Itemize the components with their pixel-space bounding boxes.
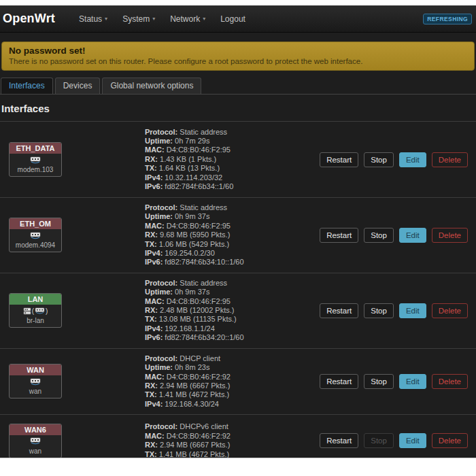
actions-column: Restart Stop Edit Delete bbox=[320, 433, 468, 448]
badge-column: WAN wan bbox=[0, 364, 145, 398]
nav-menu-system[interactable]: System ▾ bbox=[115, 10, 163, 28]
detail-line-tx: TX: 1.41 MB (4672 Pkts.) bbox=[145, 450, 320, 458]
stop-button[interactable]: Stop bbox=[364, 433, 394, 448]
stop-button[interactable]: Stop bbox=[364, 152, 394, 167]
badge-column: LAN ( ) br-lan bbox=[0, 293, 145, 328]
badge-icons bbox=[12, 377, 59, 386]
interface-badge: LAN ( ) br-lan bbox=[9, 293, 62, 328]
detail-value: DHCP client bbox=[180, 354, 220, 362]
edit-button[interactable]: Edit bbox=[399, 374, 426, 389]
interface-name: ETH_OM bbox=[10, 218, 61, 229]
detail-label: Uptime: bbox=[145, 288, 173, 296]
no-password-warning: No password set! There is no password se… bbox=[1, 41, 475, 71]
detail-label: RX: bbox=[145, 441, 158, 449]
detail-label: TX: bbox=[145, 164, 157, 172]
detail-label: IPv4: bbox=[145, 324, 163, 333]
interface-badge: ETH_OM modem.4094 bbox=[9, 218, 62, 252]
detail-line-rx: RX: 2.94 MB (6667 Pkts.) bbox=[145, 381, 320, 390]
detail-value: 192.168.4.30/24 bbox=[165, 400, 219, 408]
detail-label: IPv6: bbox=[145, 182, 163, 190]
detail-line-rx: RX: 1.43 KB (1 Pkts.) bbox=[145, 155, 320, 164]
interface-device: wan bbox=[12, 447, 59, 455]
stop-button[interactable]: Stop bbox=[364, 374, 394, 389]
nav-menu-logout[interactable]: Logout bbox=[213, 10, 253, 28]
badge-column: ETH_OM modem.4094 bbox=[0, 218, 145, 252]
detail-value: 0h 8m 23s bbox=[175, 363, 209, 371]
stop-button[interactable]: Stop bbox=[364, 228, 394, 243]
tab-global-network-options[interactable]: Global network options bbox=[102, 78, 201, 94]
actions-column: Restart Stop Edit Delete bbox=[320, 228, 468, 243]
detail-label: IPv4: bbox=[145, 400, 163, 408]
restart-button[interactable]: Restart bbox=[320, 303, 358, 318]
edit-button[interactable]: Edit bbox=[399, 303, 426, 318]
badge-body: modem.4094 bbox=[10, 229, 61, 252]
brand-logo[interactable]: OpenWrt bbox=[3, 12, 55, 26]
interface-device: modem.103 bbox=[12, 166, 59, 173]
restart-button[interactable]: Restart bbox=[320, 228, 358, 243]
chevron-down-icon: ▾ bbox=[152, 16, 155, 22]
detail-label: RX: bbox=[145, 155, 158, 163]
delete-button[interactable]: Delete bbox=[432, 228, 468, 243]
detail-line-ipv4: IPv4: 169.254.0.2/30 bbox=[145, 249, 320, 258]
restart-button[interactable]: Restart bbox=[320, 152, 358, 167]
interface-device: modem.4094 bbox=[12, 241, 59, 249]
ethernet-icon bbox=[30, 156, 41, 165]
delete-button[interactable]: Delete bbox=[432, 303, 468, 318]
detail-value: D4:C8:B0:46:F2:92 bbox=[167, 373, 231, 381]
detail-value: 1.06 MB (5429 Pkts.) bbox=[159, 240, 229, 248]
detail-line-protocol: Protocol: Static address bbox=[145, 128, 320, 137]
stop-button[interactable]: Stop bbox=[364, 303, 394, 318]
detail-line-ipv6: IPv6: fd82:784f:6b34:10::1/60 bbox=[145, 258, 320, 267]
detail-value: D4:C8:B0:46:F2:95 bbox=[167, 222, 231, 230]
detail-line-mac: MAC: D4:C8:B0:46:F2:92 bbox=[145, 432, 320, 441]
network-tabs: Interfaces Devices Global network option… bbox=[0, 78, 476, 95]
detail-label: Protocol: bbox=[145, 354, 177, 362]
restart-button[interactable]: Restart bbox=[320, 374, 358, 389]
nav-menu-status[interactable]: Status ▾ bbox=[71, 10, 115, 28]
detail-line-tx: TX: 1.06 MB (5429 Pkts.) bbox=[145, 240, 320, 249]
detail-value: 13.08 MB (11135 Pkts.) bbox=[159, 315, 237, 323]
detail-line-ipv4: IPv4: 192.168.1.1/24 bbox=[145, 324, 320, 333]
detail-label: TX: bbox=[145, 450, 157, 458]
badge-body: ( ) br-lan bbox=[10, 305, 61, 327]
interface-row-lan: LAN ( ) br-lan Protocol: Static address … bbox=[0, 273, 476, 349]
detail-value: fd82:784f:6b34:10::1/60 bbox=[165, 258, 243, 266]
detail-value: 10.32.114.203/32 bbox=[165, 173, 222, 182]
badge-icons bbox=[12, 231, 59, 240]
detail-line-mac: MAC: D4:C8:B0:46:F2:92 bbox=[145, 373, 320, 381]
interfaces-table: ETH_DATA modem.103 Protocol: Static addr… bbox=[0, 121, 476, 458]
warning-title: No password set! bbox=[9, 46, 467, 56]
interface-device: wan bbox=[12, 388, 59, 395]
interface-row-eth-om: ETH_OM modem.4094 Protocol: Static addre… bbox=[0, 198, 476, 273]
top-navbar: OpenWrt Status ▾ System ▾ Network ▾ Logo… bbox=[0, 5, 476, 33]
detail-label: IPv6: bbox=[145, 258, 163, 266]
app-page: OpenWrt Status ▾ System ▾ Network ▾ Logo… bbox=[0, 5, 476, 458]
detail-label: IPv4: bbox=[145, 173, 163, 182]
detail-value: 2.94 MB (6667 Pkts.) bbox=[160, 381, 230, 390]
interface-badge: WAN6 wan bbox=[9, 424, 62, 458]
detail-value: 9.68 MB (5950 Pkts.) bbox=[160, 231, 230, 239]
refreshing-status-badge[interactable]: REFRESHING bbox=[423, 14, 472, 24]
badge-body: wan bbox=[10, 375, 61, 398]
edit-button[interactable]: Edit bbox=[399, 228, 426, 243]
edit-button[interactable]: Edit bbox=[399, 433, 426, 448]
edit-button[interactable]: Edit bbox=[399, 152, 426, 167]
restart-button[interactable]: Restart bbox=[320, 433, 358, 448]
tab-devices[interactable]: Devices bbox=[55, 78, 101, 94]
detail-label: MAC: bbox=[145, 373, 165, 381]
nav-menu-network[interactable]: Network ▾ bbox=[163, 10, 213, 28]
tab-interfaces[interactable]: Interfaces bbox=[1, 78, 53, 94]
detail-line-uptime: Uptime: 0h 9m 37s bbox=[145, 212, 320, 221]
interface-badge: ETH_DATA modem.103 bbox=[9, 142, 62, 177]
detail-value: 2.48 MB (12002 Pkts.) bbox=[160, 306, 234, 314]
delete-button[interactable]: Delete bbox=[432, 433, 468, 448]
detail-label: IPv4: bbox=[145, 249, 163, 257]
delete-button[interactable]: Delete bbox=[432, 152, 468, 167]
nav-menu-status-label: Status bbox=[79, 14, 102, 24]
detail-label: Uptime: bbox=[145, 363, 173, 371]
delete-button[interactable]: Delete bbox=[432, 374, 468, 389]
detail-label: MAC: bbox=[145, 432, 165, 440]
switch-icon bbox=[23, 307, 31, 315]
nav-menu-network-label: Network bbox=[170, 14, 200, 24]
interface-row-wan: WAN wan Protocol: DHCP client Uptime: 0h… bbox=[0, 349, 476, 415]
